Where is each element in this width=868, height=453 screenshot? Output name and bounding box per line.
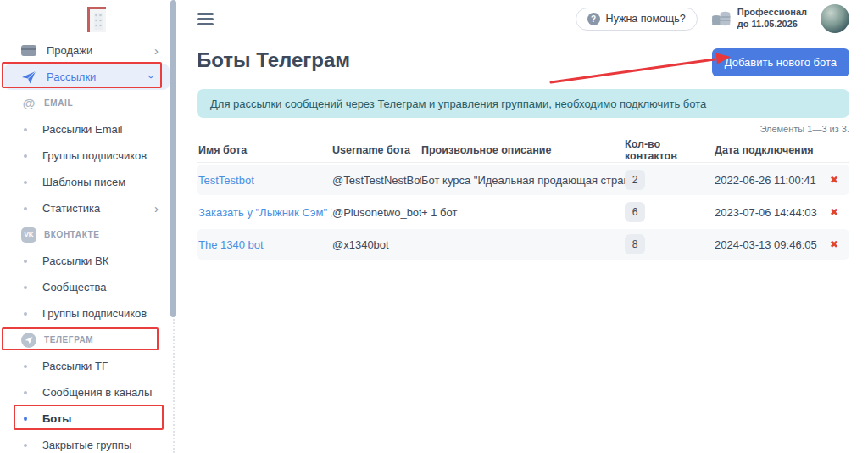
connection-date: 2023-07-06 14:44:03: [715, 206, 821, 219]
vk-icon: VK: [21, 227, 36, 243]
app-window: Продажи›Рассылки›@EmailРассылки EmailГру…: [0, 0, 868, 453]
bullet-icon: [24, 286, 27, 289]
table-row[interactable]: The 1340 bot @x1340bot 8 2024-03-13 09:4…: [197, 229, 849, 260]
bullet-icon: [24, 444, 27, 447]
bullet-icon: [24, 260, 27, 263]
bullet-icon: [24, 391, 27, 394]
main-content: ? Нужна помощь? Профессион: [174, 0, 868, 453]
bot-name-link[interactable]: The 1340 bot: [198, 238, 264, 251]
sidebar-item-рассылки[interactable]: Рассылки›: [4, 64, 170, 90]
sidebar-item-статистика[interactable]: Статистика›: [0, 195, 174, 221]
hamburger-menu-icon[interactable]: [197, 10, 214, 28]
sidebar-item-рассылки-вк[interactable]: Рассылки ВК: [0, 248, 174, 274]
sidebar-nav: Продажи›Рассылки›@EmailРассылки EmailГру…: [0, 37, 174, 453]
coins-icon: [711, 10, 732, 27]
col-header-contacts: Кол-во контактов: [625, 138, 715, 162]
sidebar-item-сообщения-в-каналы[interactable]: Сообщения в каналы: [0, 379, 174, 405]
at-icon: @: [21, 96, 36, 111]
bullet-icon: [24, 207, 27, 210]
topbar: ? Нужна помощь? Профессион: [174, 0, 868, 37]
page-title: Боты Телеграм: [197, 48, 350, 72]
bullet-icon: [24, 181, 27, 184]
sidebar-item-сообщества[interactable]: Сообщества: [0, 274, 174, 300]
table-row[interactable]: TestTestbot @TestTestNestBot Бот курса "…: [197, 165, 849, 195]
sidebar-item-рассылки-тг[interactable]: Рассылки ТГ: [0, 353, 174, 379]
sidebar-item-продажи[interactable]: Продажи›: [0, 37, 174, 64]
app-logo: [87, 7, 106, 32]
bullet-icon: [24, 312, 27, 316]
question-icon: ?: [587, 13, 600, 25]
table-body: TestTestbot @TestTestNestBot Бот курса "…: [197, 165, 849, 260]
sidebar: Продажи›Рассылки›@EmailРассылки EmailГру…: [0, 0, 174, 453]
sidebar-item-email: @Email: [0, 90, 174, 116]
bullet-icon: [24, 365, 27, 368]
chevron-right-icon: ›: [154, 44, 159, 57]
col-header-date: Дата подключения: [715, 144, 821, 156]
sidebar-item-шаблоны-писем[interactable]: Шаблоны писем: [0, 169, 174, 195]
bullet-icon: [24, 154, 27, 158]
plan-expiry: до 11.05.2026: [737, 19, 807, 31]
col-header-username: Username бота: [332, 144, 421, 156]
bot-description: Бот курса "Идеальная продающая страница": [421, 174, 625, 187]
bot-name-link[interactable]: Заказать у "Лыжник Сэм" ⛷️: [198, 206, 332, 219]
sidebar-item-группы-подписчиков[interactable]: Группы подписчиков: [0, 143, 174, 169]
table-row[interactable]: Заказать у "Лыжник Сэм" ⛷️ @Plusonetwo_b…: [197, 197, 849, 227]
contacts-count-badge: 2: [625, 170, 645, 190]
sidebar-item-закрытые-группы[interactable]: Закрытые группы: [0, 432, 174, 453]
sidebar-item-вконтакте: VKВКонтакте: [0, 221, 174, 248]
help-button[interactable]: ? Нужна помощь?: [576, 8, 698, 31]
paper-plane-icon: [21, 70, 36, 85]
col-header-name: Имя бота: [197, 144, 332, 156]
connection-date: 2024-03-13 09:46:05: [715, 238, 821, 251]
wallet-icon: [21, 45, 36, 56]
delete-bot-icon[interactable]: ✖: [830, 175, 838, 185]
plan-info[interactable]: Профессионал до 11.05.2026: [711, 7, 807, 31]
add-bot-button[interactable]: Добавить нового бота: [712, 48, 849, 76]
bullet-icon: [24, 128, 27, 131]
user-avatar[interactable]: [821, 4, 849, 33]
plan-name: Профессионал: [737, 7, 807, 19]
sidebar-item-группы-подписчиков[interactable]: Группы подписчиков: [0, 300, 174, 327]
bullet-icon: [24, 417, 27, 421]
bot-description: + 1 бот: [421, 206, 625, 219]
sidebar-item-боты[interactable]: Боты: [0, 405, 174, 432]
table-header-row: Имя бота Username бота Произвольное опис…: [197, 137, 849, 163]
sidebar-item-телеграм: Телеграм: [0, 327, 174, 353]
info-banner: Для рассылки сообщений через Телеграм и …: [197, 89, 849, 118]
contacts-count-badge: 8: [625, 234, 645, 254]
chevron-down-icon: ›: [146, 75, 159, 79]
delete-bot-icon[interactable]: ✖: [830, 239, 838, 249]
col-header-description: Произвольное описание: [421, 144, 625, 156]
sidebar-item-рассылки-email[interactable]: Рассылки Email: [0, 116, 174, 143]
connection-date: 2022-06-26 11:00:41: [715, 174, 821, 187]
delete-bot-icon[interactable]: ✖: [830, 207, 838, 217]
items-count: Элементы 1—3 из 3.: [197, 124, 849, 134]
contacts-count-badge: 6: [625, 202, 645, 222]
bots-table: Имя бота Username бота Произвольное опис…: [197, 137, 849, 260]
telegram-icon: [21, 333, 36, 348]
chevron-right-icon: ›: [154, 202, 159, 215]
bot-username: @TestTestNestBot: [332, 174, 421, 187]
bot-username: @Plusonetwo_bot: [332, 206, 421, 219]
help-button-label: Нужна помощь?: [606, 13, 686, 25]
bot-username: @x1340bot: [332, 238, 421, 251]
bot-name-link[interactable]: TestTestbot: [198, 174, 254, 187]
logo-grid-icon: [94, 13, 103, 30]
